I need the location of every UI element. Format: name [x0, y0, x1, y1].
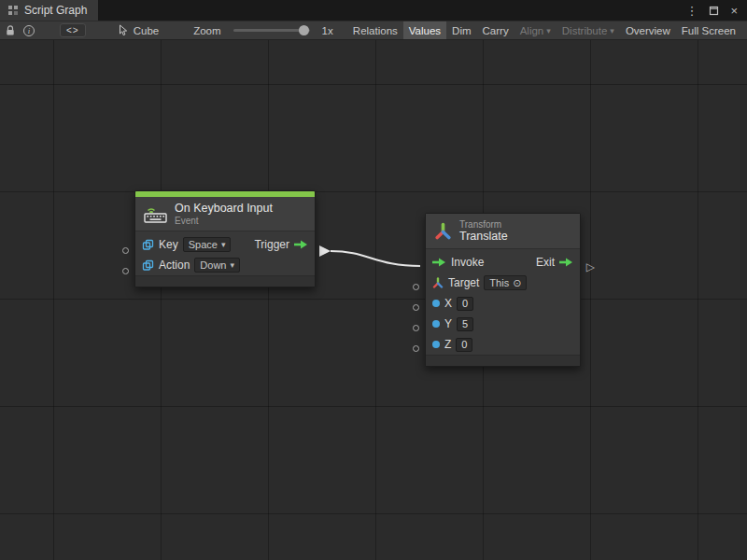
window-menu-icon[interactable]: ⋮ — [685, 4, 698, 18]
float-value-icon — [432, 300, 440, 307]
y-value-field[interactable]: 5 — [457, 317, 473, 331]
y-input-port[interactable] — [413, 325, 419, 331]
chevron-down-icon: ▾ — [221, 240, 226, 249]
node-footer — [135, 275, 315, 287]
relations-button[interactable]: Relations — [347, 21, 403, 39]
node-category: Transform — [459, 219, 508, 230]
graph-canvas[interactable]: On Keyboard Input Event Key Space ▾ — [0, 40, 747, 560]
y-label: Y — [444, 317, 452, 330]
fullscreen-button[interactable]: Full Screen — [676, 21, 741, 39]
invoke-input-port[interactable] — [432, 258, 446, 267]
graph-owner[interactable]: Cube — [119, 24, 160, 36]
edit-source-icon[interactable]: <> — [60, 23, 86, 37]
z-row: Z 0 — [426, 334, 580, 355]
distribute-dropdown: Distribute▾ — [557, 21, 620, 39]
node-title: On Keyboard Input — [175, 202, 273, 215]
target-label: Target — [448, 276, 479, 289]
chevron-down-icon: ▾ — [546, 26, 551, 35]
x-row: X 0 — [426, 293, 580, 314]
key-label: Key — [159, 238, 178, 251]
chevron-down-icon: ▾ — [230, 260, 234, 270]
window-controls: ⋮ × — [685, 0, 747, 21]
exit-label: Exit — [536, 256, 555, 269]
overview-button[interactable]: Overview — [620, 21, 676, 39]
node-header: On Keyboard Input Event — [135, 197, 315, 231]
zoom-slider-handle[interactable] — [299, 25, 309, 35]
action-label: Action — [159, 259, 190, 272]
x-input-port[interactable] — [413, 304, 419, 311]
tab-label: Script Graph — [24, 4, 87, 17]
z-value-field[interactable]: 0 — [456, 338, 472, 352]
zoom-value: 1x — [322, 25, 333, 36]
invoke-row: Invoke Exit — [426, 252, 580, 273]
maximize-icon[interactable] — [709, 6, 719, 16]
action-row: Action Down ▾ — [135, 255, 315, 275]
pointer-icon — [119, 24, 129, 36]
script-graph-icon — [7, 5, 19, 16]
tab-script-graph[interactable]: Script Graph — [0, 0, 98, 21]
toolbar-buttons: Relations Values Dim Carry Align▾ Distri… — [347, 21, 741, 39]
action-dropdown[interactable]: Down ▾ — [194, 258, 240, 273]
transform-icon — [434, 222, 452, 240]
value-input-icon — [142, 259, 154, 272]
node-body: Invoke Exit Target — [426, 248, 580, 355]
close-icon[interactable]: × — [730, 4, 738, 18]
chevron-down-icon: ▾ — [610, 26, 614, 35]
titlebar: Script Graph ⋮ × — [0, 0, 747, 21]
node-body: Key Space ▾ Trigger — [135, 231, 315, 275]
zoom-label: Zoom — [193, 25, 220, 36]
float-value-icon — [432, 341, 440, 348]
key-input-port[interactable] — [122, 247, 129, 254]
exit-flow-port[interactable]: ▷ — [586, 260, 595, 273]
node-footer — [426, 355, 580, 366]
target-row: Target This ⊙ — [426, 273, 580, 293]
trigger-output-port[interactable] — [294, 240, 308, 249]
values-button[interactable]: Values — [403, 21, 446, 39]
x-label: X — [444, 297, 452, 310]
node-subtitle: Event — [175, 216, 273, 226]
invoke-label: Invoke — [451, 256, 484, 269]
target-input-port[interactable] — [413, 284, 419, 290]
node-transform-translate[interactable]: Transform Translate Invoke Exit — [425, 213, 581, 367]
z-input-port[interactable] — [413, 345, 419, 352]
float-value-icon — [432, 320, 440, 328]
keyboard-icon — [144, 205, 167, 223]
y-row: Y 5 — [426, 314, 580, 334]
lock-icon[interactable] — [6, 21, 15, 39]
exit-output-port[interactable] — [559, 258, 573, 267]
node-title: Translate — [459, 230, 508, 243]
graph-owner-label: Cube — [134, 25, 160, 36]
self-target-icon: ⊙ — [513, 277, 521, 289]
info-icon[interactable]: i — [23, 21, 35, 39]
toolbar: i <> Cube Zoom 1x Relations Values Dim C… — [0, 21, 747, 40]
dim-button[interactable]: Dim — [446, 21, 476, 39]
node-header: Transform Translate — [426, 214, 580, 248]
action-input-port[interactable] — [122, 268, 129, 274]
zoom-slider[interactable] — [233, 29, 310, 32]
script-graph-window: Script Graph ⋮ × i <> Cube — [0, 0, 747, 560]
carry-button[interactable]: Carry — [477, 21, 514, 39]
transform-mini-icon — [432, 277, 444, 288]
key-dropdown[interactable]: Space ▾ — [183, 237, 232, 252]
z-label: Z — [444, 338, 451, 351]
key-row: Key Space ▾ Trigger — [135, 234, 315, 255]
align-dropdown: Align▾ — [514, 21, 557, 39]
node-on-keyboard-input[interactable]: On Keyboard Input Event Key Space ▾ — [134, 190, 316, 287]
value-input-icon — [142, 239, 154, 251]
x-value-field[interactable]: 0 — [457, 297, 473, 311]
target-value-chip[interactable]: This ⊙ — [484, 275, 527, 290]
trigger-label: Trigger — [254, 238, 289, 251]
connection-wire — [0, 40, 747, 560]
